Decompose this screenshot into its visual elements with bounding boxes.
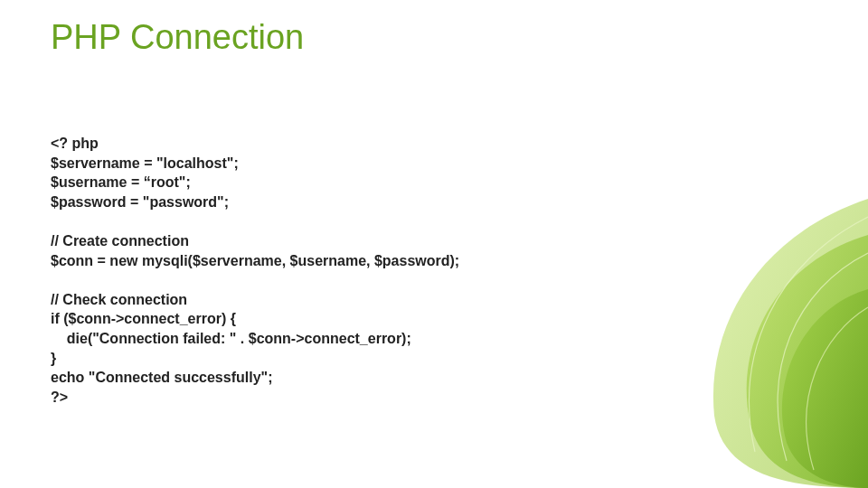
code-block: <? php $servername = "localhost"; $usern… xyxy=(51,134,459,407)
leaf-decoration xyxy=(597,181,868,488)
slide: PHP Connection <? php $servername = "loc… xyxy=(0,0,868,488)
slide-title: PHP Connection xyxy=(51,18,304,57)
